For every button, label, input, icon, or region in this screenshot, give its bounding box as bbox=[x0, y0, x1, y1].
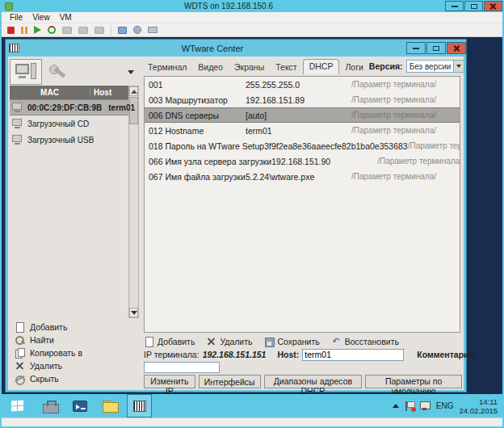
taskbar-file-explorer[interactable] bbox=[97, 394, 122, 418]
action-delete-terminal[interactable]: Удалить bbox=[15, 359, 82, 372]
pause-icon[interactable] bbox=[21, 27, 27, 34]
terminal-icon bbox=[12, 103, 24, 112]
wtware-maximize-button[interactable] bbox=[426, 42, 446, 54]
action-label: Скрыть bbox=[30, 374, 59, 384]
triangle-up-icon bbox=[131, 90, 137, 94]
snapshot-icon[interactable] bbox=[62, 27, 72, 34]
menu-vm[interactable]: VM bbox=[55, 13, 77, 22]
delete-icon bbox=[206, 337, 216, 346]
dhcp-add-button[interactable]: Добавить bbox=[144, 337, 195, 346]
start-button[interactable] bbox=[2, 394, 32, 418]
play-icon[interactable] bbox=[34, 26, 41, 34]
system-tray: ENG 14:11 24.02.2015 bbox=[393, 394, 502, 418]
action-add-terminal[interactable]: Добавить bbox=[15, 321, 82, 334]
terminals-sidebar: MAC Host 00:0C:29:DF:CB:9B term01 bbox=[10, 58, 139, 388]
menu-file[interactable]: File bbox=[5, 13, 27, 22]
stop-icon[interactable] bbox=[7, 27, 15, 34]
dhcp-ranges-button[interactable]: Диапазоны адресов DHCP bbox=[264, 375, 363, 388]
dhcp-delete-button[interactable]: Удалить bbox=[206, 337, 252, 346]
default-parameters-button[interactable]: Параметры по умолчанию bbox=[365, 375, 462, 388]
wtware-client-area: MAC Host 00:0C:29:DF:CB:9B term01 bbox=[8, 57, 464, 390]
powershell-icon bbox=[73, 401, 87, 412]
change-ip-button[interactable]: Изменить IP bbox=[144, 375, 195, 388]
vm-status-bar bbox=[2, 418, 502, 426]
share-icon[interactable] bbox=[118, 27, 127, 34]
column-header-host[interactable]: Host bbox=[90, 88, 128, 97]
reset-icon[interactable] bbox=[48, 26, 56, 34]
action-copy-terminal[interactable]: Копировать в bbox=[15, 346, 82, 359]
scroll-up-button[interactable] bbox=[129, 86, 138, 96]
sidebar-dropdown-button[interactable] bbox=[126, 67, 136, 77]
dhcp-option-value: 5.2.24\wtware.pxe bbox=[246, 172, 351, 182]
column-header-mac[interactable]: MAC bbox=[10, 88, 90, 97]
chevron-down-icon bbox=[128, 70, 134, 74]
menu-view[interactable]: View bbox=[27, 13, 55, 22]
manage-snapshots-icon[interactable] bbox=[94, 27, 104, 34]
taskbar-server-manager[interactable] bbox=[37, 394, 62, 418]
wtware-titlebar[interactable]: WTware Center bbox=[6, 40, 466, 57]
triangle-down-icon bbox=[131, 311, 137, 315]
terminal-row-boot-usb[interactable]: Загрузочный USB bbox=[10, 132, 128, 148]
dhcp-option-source: /Параметр терминала/ bbox=[351, 80, 436, 89]
tab-text[interactable]: Текст bbox=[270, 61, 302, 74]
revert-snapshot-icon[interactable] bbox=[78, 27, 88, 34]
language-indicator[interactable]: ENG bbox=[436, 401, 454, 410]
taskbar-wtware-center[interactable] bbox=[127, 394, 152, 418]
dhcp-save-button[interactable]: Сохранить bbox=[264, 337, 320, 346]
sidebar-actions: Добавить Найти Копировать в Удалить bbox=[15, 321, 82, 385]
terminal-ip-label: IP терминала: bbox=[144, 350, 200, 359]
main-panel: Терминал Видео Экраны Текст DHCP Логи Ве… bbox=[142, 58, 462, 388]
dropdown-arrow-button[interactable] bbox=[453, 61, 464, 72]
taskbar-powershell[interactable] bbox=[67, 394, 92, 418]
terminals-view-button[interactable] bbox=[10, 59, 42, 85]
terminal-host: term01 bbox=[108, 103, 135, 112]
configuration-view-button[interactable] bbox=[42, 59, 74, 85]
hide-icon bbox=[15, 374, 25, 384]
tab-logs[interactable]: Логи bbox=[339, 61, 368, 74]
terminal-ip-value: 192.168.151.151 bbox=[203, 350, 267, 359]
tab-screens[interactable]: Экраны bbox=[229, 61, 270, 74]
tab-video[interactable]: Видео bbox=[192, 61, 229, 74]
dhcp-row[interactable]: 003 Маршрутизатор 192.168.151.89 /Параме… bbox=[145, 92, 460, 107]
vm-close-button[interactable] bbox=[484, 1, 502, 11]
terminal-row-selected[interactable]: 00:0C:29:DF:CB:9B term01 bbox=[10, 99, 128, 115]
tray-expand-icon[interactable] bbox=[393, 404, 399, 408]
wtware-minimize-button[interactable] bbox=[406, 42, 426, 54]
dhcp-bottom-buttons: Изменить IP Интерфейсы Диапазоны адресов… bbox=[144, 375, 462, 388]
dhcp-row[interactable]: 066 Имя узла сервера загрузки 192.168.15… bbox=[145, 153, 460, 169]
terminal-row-boot-cd[interactable]: Загрузочный CD bbox=[10, 115, 128, 132]
settings-icon[interactable] bbox=[133, 26, 141, 34]
dhcp-options-table: 001 255.255.255.0 /Параметр терминала/ 0… bbox=[144, 76, 460, 333]
network-icon[interactable] bbox=[420, 401, 430, 410]
interfaces-button[interactable]: Интерфейсы bbox=[199, 375, 261, 388]
tab-dhcp[interactable]: DHCP bbox=[303, 59, 340, 74]
vm-minimize-button[interactable] bbox=[445, 1, 464, 11]
dhcp-row[interactable]: 001 255.255.255.0 /Параметр терминала/ bbox=[145, 77, 460, 92]
dhcp-option-value: 255.255.255.0 bbox=[246, 80, 351, 90]
wtware-barcode-icon bbox=[133, 401, 146, 412]
terminal-list-scrollbar[interactable] bbox=[128, 86, 139, 318]
action-find-terminal[interactable]: Найти bbox=[15, 334, 82, 346]
dhcp-row[interactable]: 012 Hostname term01 /Параметр терминала/ bbox=[145, 123, 460, 138]
host-input[interactable] bbox=[302, 349, 404, 361]
version-dropdown[interactable]: Без версии bbox=[406, 60, 464, 73]
devices-icon[interactable] bbox=[148, 27, 158, 33]
comment-input[interactable] bbox=[144, 362, 220, 373]
dhcp-option-source: /Параметр терминала/ bbox=[377, 157, 460, 166]
dhcp-option-name: 003 Маршрутизатор bbox=[145, 95, 246, 105]
new-document-icon bbox=[144, 337, 154, 346]
tab-terminal[interactable]: Терминал bbox=[142, 61, 192, 74]
action-center-flag-icon[interactable] bbox=[405, 401, 414, 411]
wtware-window-title: WTware Center bbox=[19, 44, 405, 53]
scroll-down-button[interactable] bbox=[129, 308, 138, 317]
minimize-icon bbox=[413, 48, 419, 49]
computer-icon bbox=[15, 63, 36, 81]
clock[interactable]: 14:11 24.02.2015 bbox=[459, 397, 498, 415]
wtware-close-button[interactable] bbox=[447, 42, 466, 54]
dhcp-row[interactable]: 067 Имя файла загрузки 5.2.24\wtware.pxe… bbox=[145, 169, 460, 184]
vm-maximize-button[interactable] bbox=[464, 1, 483, 11]
dhcp-row-selected[interactable]: 006 DNS серверы [auto] /Параметр термина… bbox=[145, 107, 460, 123]
dhcp-restore-button[interactable]: ↶ Восстановить bbox=[331, 337, 399, 346]
action-hide-terminal[interactable]: Скрыть bbox=[15, 372, 82, 385]
dhcp-row[interactable]: 018 Пароль на WTware Setup 3f9f2ea8e36aa… bbox=[145, 138, 460, 153]
